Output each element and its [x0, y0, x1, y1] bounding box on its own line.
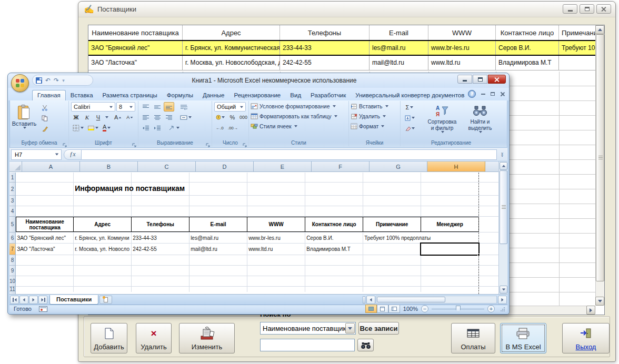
zoom-out-button[interactable]: − [421, 305, 428, 312]
scroll-down-button[interactable] [595, 297, 604, 306]
tab-insert[interactable]: Вставка [66, 90, 98, 100]
orientation-button[interactable] [167, 123, 181, 133]
font-size-combo[interactable]: 8 [116, 102, 135, 112]
sheet-cell[interactable]: Требуют 100% предоплаты [363, 232, 479, 243]
column-header-g[interactable]: G [370, 161, 427, 171]
last-sheet-button[interactable] [38, 296, 47, 304]
search-button[interactable] [357, 339, 374, 351]
column-header-c[interactable]: C [138, 161, 196, 171]
row-header[interactable]: 6 [9, 232, 15, 244]
sheet-cell[interactable]: Владимирова М.Т [305, 244, 363, 255]
shrink-font-button[interactable]: А [125, 113, 135, 122]
format-cells-button[interactable]: Формат [349, 121, 400, 131]
search-field-dropdown[interactable]: Наименование поставщика [260, 322, 356, 335]
minimize-button[interactable] [457, 75, 472, 84]
close-button[interactable] [596, 4, 611, 14]
fill-handle[interactable] [477, 254, 480, 256]
excel-titlebar[interactable]: ↶ ↷ ▾ Книга1 - Microsoft Excel некоммерч… [8, 73, 509, 88]
autosum-button[interactable]: Σ [403, 103, 416, 112]
qat-customize-icon[interactable]: ▾ [62, 78, 65, 83]
accounting-format-button[interactable] [214, 113, 226, 122]
workbook-minimize-icon[interactable] [481, 94, 485, 95]
sheet-horizontal-scrollbar[interactable] [376, 296, 497, 304]
edit-button[interactable]: Изменить [179, 323, 235, 353]
to-ms-excel-button[interactable]: В MS Excel [500, 323, 546, 353]
minimize-button[interactable] [563, 4, 577, 14]
find-select-button[interactable]: Найти и выделить [464, 103, 496, 138]
sheet-cell[interactable]: г. Брянск, ул. Коммуни [74, 232, 132, 243]
workbook-restore-icon[interactable] [491, 92, 495, 96]
number-format-combo[interactable]: Общий [214, 102, 246, 112]
zoom-in-button[interactable]: + [487, 305, 495, 312]
delete-cells-button[interactable]: Удалить [349, 111, 400, 121]
tab-review[interactable]: Рецензирование [229, 90, 285, 100]
insert-cells-button[interactable]: Вставить [349, 101, 400, 111]
sheet-cell[interactable]: mail@ltd.ru [189, 244, 247, 255]
font-name-combo[interactable]: Calibri [71, 102, 115, 112]
column-header-f[interactable]: F [312, 161, 370, 171]
insert-function-button[interactable]: ƒx [64, 149, 82, 160]
resize-grip[interactable] [499, 306, 505, 312]
borders-button[interactable] [71, 123, 85, 133]
dropdown-arrow-icon[interactable] [345, 323, 355, 333]
add-button[interactable]: Добавить [91, 323, 127, 353]
page-break-view-button[interactable] [388, 305, 400, 313]
sheet-header-cell[interactable]: WWW [247, 217, 305, 232]
maximize-button[interactable] [580, 4, 594, 14]
sheet-header-cell[interactable]: Адрес [74, 217, 132, 232]
sheet-header-row[interactable]: Наименование поставщика Адрес Телефоны E… [16, 217, 507, 232]
exit-button[interactable]: Выход [562, 323, 610, 353]
scroll-up-button[interactable] [500, 162, 507, 170]
paste-button[interactable]: Вставить [12, 103, 36, 137]
align-middle-button[interactable] [152, 102, 163, 112]
first-sheet-button[interactable] [10, 296, 19, 304]
column-header-a[interactable]: A [22, 161, 80, 171]
clear-button[interactable] [403, 124, 416, 133]
scrollbar-thumb[interactable] [377, 297, 445, 302]
all-records-button[interactable]: Все записи [358, 322, 399, 335]
row-header[interactable]: 9 [9, 266, 15, 276]
sheet-vertical-scrollbar[interactable] [498, 161, 507, 294]
row-header[interactable]: 1 [9, 173, 15, 183]
decrease-indent-button[interactable] [141, 123, 151, 133]
cut-button[interactable] [39, 103, 49, 113]
sort-filter-button[interactable]: А Я Сортировка и фильтр [426, 103, 458, 138]
sheet-cell[interactable]: ЗАО "Ласточка" [16, 244, 74, 255]
fill-button[interactable] [403, 113, 416, 123]
tab-data[interactable]: Данные [198, 90, 229, 100]
align-right-button[interactable] [164, 113, 174, 122]
row-header-selected[interactable]: 7 [9, 244, 15, 255]
workbook-close-icon[interactable] [500, 92, 505, 96]
row-header[interactable]: 10 [9, 276, 15, 287]
decrease-decimal-button[interactable]: .00→ [226, 123, 239, 133]
sheet-cell[interactable]: www.ltd.ru [247, 244, 305, 255]
sheet-header-cell[interactable]: Наименование поставщика [16, 217, 74, 232]
tab-formulas[interactable]: Формулы [162, 90, 198, 100]
scroll-left-button[interactable] [366, 296, 375, 304]
align-bottom-button[interactable] [164, 102, 174, 112]
scroll-down-button[interactable] [500, 286, 507, 294]
percent-button[interactable]: % [227, 113, 237, 122]
prev-sheet-button[interactable] [19, 296, 28, 304]
zoom-slider-thumb[interactable] [456, 306, 461, 312]
conditional-formatting-button[interactable]: Условное форматирование [249, 101, 348, 111]
scroll-right-button[interactable] [498, 296, 507, 304]
payments-button[interactable]: Оплаты [451, 323, 495, 353]
align-left-button[interactable] [141, 113, 151, 122]
cell-styles-button[interactable]: Стили ячеек [249, 121, 348, 131]
font-color-button[interactable]: А [101, 123, 112, 133]
office-button[interactable] [11, 74, 29, 92]
tab-page-layout[interactable]: Разметка страницы [98, 90, 162, 100]
insert-worksheet-button[interactable] [99, 296, 112, 304]
sheet-cell[interactable] [363, 244, 421, 255]
align-top-button[interactable] [141, 102, 151, 112]
normal-view-button[interactable] [365, 305, 377, 313]
dialog-launcher[interactable] [243, 140, 247, 145]
tab-converter[interactable]: Универсальный конвертер документов [351, 90, 469, 100]
sheet-header-cell[interactable]: Менеджер [421, 217, 479, 232]
row-header[interactable]: 11 [9, 287, 15, 292]
page-layout-view-button[interactable] [377, 305, 388, 313]
zoom-slider[interactable] [432, 309, 484, 309]
sheet-cell[interactable]: les@mail.ru [189, 232, 247, 243]
cells-area[interactable]: Информация по поставщикам Наименование п… [16, 173, 507, 294]
